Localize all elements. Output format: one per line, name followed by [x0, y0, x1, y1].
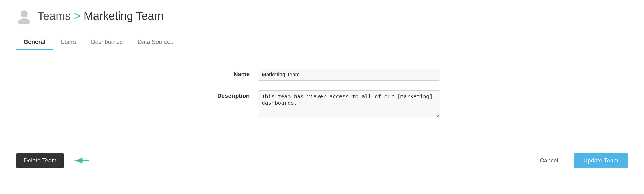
tabs-container: General Users Dashboards Data Sources — [16, 35, 628, 50]
footer-right: Cancel Update Team — [532, 153, 628, 168]
update-team-button[interactable]: Update Team — [574, 153, 628, 168]
breadcrumb: Teams > Marketing Team — [38, 10, 163, 22]
tab-dashboards[interactable]: Dashboards — [83, 35, 130, 50]
tab-general[interactable]: General — [16, 35, 53, 50]
header: Teams > Marketing Team — [16, 8, 628, 24]
svg-point-1 — [18, 18, 30, 24]
name-row: Name — [16, 69, 628, 81]
breadcrumb-current: Marketing Team — [84, 10, 163, 22]
svg-point-0 — [21, 10, 28, 17]
arrow-icon — [72, 154, 91, 167]
description-textarea[interactable]: This team has Viewer access to all of ou… — [258, 90, 440, 117]
delete-team-button[interactable]: Delete Team — [16, 153, 64, 168]
page-container: Teams > Marketing Team General Users Das… — [0, 0, 644, 176]
name-input[interactable] — [258, 69, 440, 81]
avatar-icon — [16, 8, 32, 24]
cancel-button[interactable]: Cancel — [532, 153, 566, 168]
arrow-indicator — [72, 154, 91, 167]
footer: Delete Team Cancel Update Team — [16, 148, 628, 168]
description-label: Description — [204, 90, 258, 99]
tab-users[interactable]: Users — [53, 35, 83, 50]
description-row: Description This team has Viewer access … — [16, 90, 628, 117]
breadcrumb-separator: > — [74, 10, 81, 22]
breadcrumb-teams[interactable]: Teams — [38, 10, 71, 22]
form-container: Name Description This team has Viewer ac… — [16, 63, 628, 132]
tab-data-sources[interactable]: Data Sources — [130, 35, 181, 50]
name-label: Name — [204, 69, 258, 78]
footer-left: Delete Team — [16, 153, 91, 168]
